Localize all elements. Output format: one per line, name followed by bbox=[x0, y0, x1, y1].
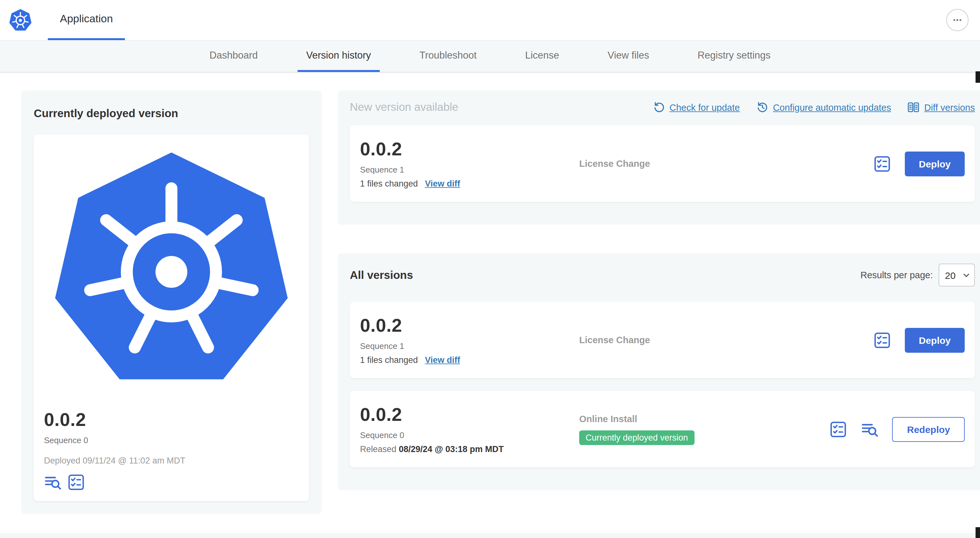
redeploy-button[interactable]: Redeploy bbox=[892, 417, 965, 441]
results-per-page: Results per page: 20 bbox=[861, 263, 975, 287]
view-logs-button[interactable] bbox=[44, 474, 61, 491]
top-header: Application bbox=[0, 0, 980, 40]
preflight-checks-button[interactable] bbox=[68, 474, 85, 491]
new-version-title: New version available bbox=[350, 101, 458, 114]
scrollbar-thumb[interactable] bbox=[975, 527, 980, 538]
checklist-icon bbox=[68, 474, 85, 491]
source-label: License Change bbox=[579, 335, 873, 345]
deploy-button[interactable]: Deploy bbox=[905, 328, 965, 352]
deployed-version-card: 0.0.2 Sequence 0 Deployed 09/11/24 @ 11:… bbox=[34, 134, 309, 501]
deployed-version-number: 0.0.2 bbox=[44, 409, 299, 430]
tab-license[interactable]: License bbox=[516, 41, 568, 72]
tab-view-files[interactable]: View files bbox=[599, 41, 658, 72]
tab-version-history[interactable]: Version history bbox=[297, 41, 380, 72]
refresh-icon bbox=[653, 101, 665, 113]
view-logs-button[interactable] bbox=[861, 421, 878, 438]
main-content: Currently deployed version 0.0.2 bbox=[0, 73, 980, 533]
right-column: New version available Check for update bbox=[338, 90, 980, 490]
results-per-page-label: Results per page: bbox=[861, 270, 933, 280]
diff-versions-link[interactable]: Diff versions bbox=[908, 101, 975, 113]
version-info: 0.0.2 Sequence 0 Released 08/29/24 @ 03:… bbox=[360, 404, 579, 454]
deployed-sequence: Sequence 0 bbox=[44, 435, 299, 445]
version-sequence: Sequence 1 bbox=[360, 165, 579, 175]
app-tab-label: Application bbox=[60, 13, 113, 25]
chevron-down-icon bbox=[963, 271, 970, 279]
tab-registry-settings[interactable]: Registry settings bbox=[689, 41, 779, 72]
version-sequence: Sequence 0 bbox=[360, 430, 579, 440]
more-options-button[interactable] bbox=[946, 9, 969, 31]
new-version-row: 0.0.2 Sequence 1 1 files changed View di… bbox=[350, 125, 975, 202]
files-changed-label: 1 files changed bbox=[360, 179, 418, 189]
ellipsis-icon bbox=[951, 14, 963, 26]
kubernetes-logo-icon bbox=[44, 390, 299, 401]
admin-console-page: Application Dashboard Version history Tr… bbox=[0, 0, 980, 538]
clock-refresh-icon bbox=[756, 101, 768, 113]
new-version-panel: New version available Check for update bbox=[338, 90, 980, 225]
footer: v1.109.3 bbox=[0, 533, 980, 538]
checklist-icon bbox=[830, 421, 847, 438]
files-changed-label: 1 files changed bbox=[360, 355, 418, 365]
checklist-icon bbox=[873, 332, 891, 349]
version-list: 0.0.2 Sequence 1 1 files changed View di… bbox=[350, 302, 975, 467]
deploy-button[interactable]: Deploy bbox=[905, 151, 965, 176]
source-label: Online Install bbox=[579, 414, 830, 424]
version-number: 0.0.2 bbox=[360, 139, 579, 160]
source-label: License Change bbox=[579, 159, 873, 169]
checklist-icon bbox=[873, 155, 891, 172]
results-per-page-select[interactable]: 20 bbox=[939, 263, 975, 287]
diff-icon bbox=[908, 101, 920, 113]
version-info: 0.0.2 Sequence 1 1 files changed View di… bbox=[360, 139, 579, 189]
version-source: Online Install Currently deployed versio… bbox=[579, 414, 830, 445]
deployed-actions bbox=[44, 474, 299, 491]
version-info: 0.0.2 Sequence 1 1 files changed View di… bbox=[360, 315, 579, 365]
version-row: 0.0.2 Sequence 0 Released 08/29/24 @ 03:… bbox=[350, 391, 975, 467]
app-tab[interactable]: Application bbox=[48, 0, 125, 40]
app-nav-tabs: Dashboard Version history Troubleshoot L… bbox=[0, 40, 980, 73]
version-number: 0.0.2 bbox=[360, 315, 579, 336]
view-diff-link[interactable]: View diff bbox=[425, 179, 460, 189]
preflight-checks-button[interactable] bbox=[873, 332, 891, 349]
logs-icon bbox=[861, 421, 878, 438]
released-timestamp: Released 08/29/24 @ 03:18 pm MDT bbox=[360, 444, 579, 454]
version-actions-links: Check for update Configure automatic upd… bbox=[653, 101, 975, 113]
check-for-update-link[interactable]: Check for update bbox=[653, 101, 740, 113]
view-diff-link[interactable]: View diff bbox=[425, 355, 460, 365]
version-source: License Change bbox=[579, 335, 873, 345]
configure-automatic-updates-link[interactable]: Configure automatic updates bbox=[756, 101, 891, 113]
version-sequence: Sequence 1 bbox=[360, 341, 579, 351]
logs-icon bbox=[44, 474, 61, 491]
version-number: 0.0.2 bbox=[360, 404, 579, 425]
currently-deployed-title: Currently deployed version bbox=[34, 107, 309, 120]
new-version-header: New version available Check for update bbox=[350, 101, 975, 114]
scrollbar-thumb[interactable] bbox=[975, 71, 980, 83]
all-versions-title: All versions bbox=[350, 268, 413, 282]
preflight-checks-button[interactable] bbox=[873, 155, 891, 172]
currently-deployed-badge: Currently deployed version bbox=[579, 430, 694, 445]
version-row-actions: Deploy bbox=[873, 151, 965, 176]
all-versions-header: All versions Results per page: 20 bbox=[350, 263, 975, 287]
version-row-actions: Redeploy bbox=[830, 417, 965, 441]
version-source: License Change bbox=[579, 159, 873, 169]
currently-deployed-panel: Currently deployed version 0.0.2 bbox=[21, 90, 322, 514]
version-row: 0.0.2 Sequence 1 1 files changed View di… bbox=[350, 302, 975, 378]
tab-dashboard[interactable]: Dashboard bbox=[200, 41, 267, 72]
version-row-actions: Deploy bbox=[873, 328, 965, 352]
tab-troubleshoot[interactable]: Troubleshoot bbox=[410, 41, 485, 72]
all-versions-panel: All versions Results per page: 20 bbox=[338, 253, 980, 490]
preflight-checks-button[interactable] bbox=[830, 421, 847, 438]
kubernetes-logo-icon bbox=[8, 8, 32, 32]
deployed-timestamp: Deployed 09/11/24 @ 11:02 am MDT bbox=[44, 456, 299, 465]
